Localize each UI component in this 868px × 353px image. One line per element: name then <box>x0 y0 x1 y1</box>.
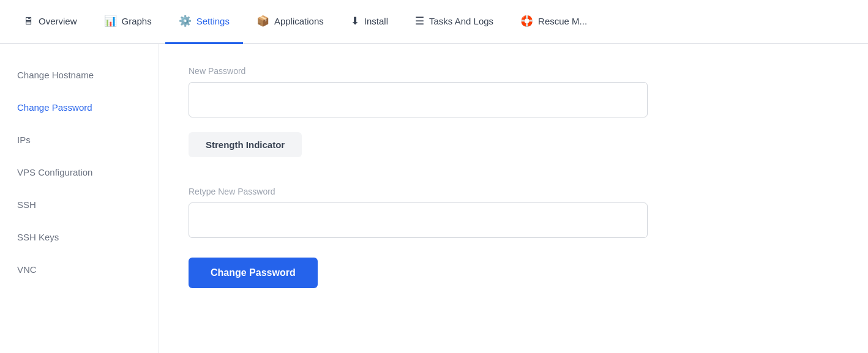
top-nav: 🖥 Overview 📊 Graphs ⚙️ Settings 📦 Applic… <box>0 0 868 44</box>
nav-item-graphs[interactable]: 📊 Graphs <box>91 0 165 44</box>
strength-indicator-group: Strength Indicator <box>189 132 681 172</box>
nav-label-tasks: Tasks And Logs <box>429 16 493 26</box>
nav-label-install: Install <box>364 16 388 26</box>
install-icon: ⬇ <box>351 15 359 28</box>
applications-icon: 📦 <box>256 15 269 28</box>
nav-item-overview[interactable]: 🖥 Overview <box>10 0 91 44</box>
nav-item-settings[interactable]: ⚙️ Settings <box>165 0 243 44</box>
sidebar-item-change-hostname[interactable]: Change Hostname <box>0 59 159 91</box>
change-password-button[interactable]: Change Password <box>189 258 318 288</box>
nav-label-graphs: Graphs <box>122 16 152 26</box>
nav-item-install[interactable]: ⬇ Install <box>337 0 402 44</box>
retype-password-input[interactable] <box>189 203 648 238</box>
sidebar-item-ssh-keys[interactable]: SSH Keys <box>0 221 159 253</box>
content-area: New Password Strength Indicator Retype N… <box>159 44 710 353</box>
nav-item-applications[interactable]: 📦 Applications <box>243 0 337 44</box>
sidebar-item-ssh[interactable]: SSH <box>0 188 159 221</box>
sidebar-item-vps-configuration[interactable]: VPS Configuration <box>0 156 159 188</box>
new-password-label: New Password <box>189 66 681 76</box>
sidebar-item-vnc[interactable]: VNC <box>0 253 159 286</box>
tasks-icon: ☰ <box>415 15 424 28</box>
new-password-input[interactable] <box>189 82 648 117</box>
nav-label-rescue: Rescue M... <box>538 16 587 26</box>
nav-label-settings: Settings <box>196 16 230 26</box>
sidebar: Change Hostname Change Password IPs VPS … <box>0 44 159 353</box>
rescue-icon: 🛟 <box>520 15 533 28</box>
retype-password-label: Retype New Password <box>189 187 681 196</box>
new-password-group: New Password <box>189 66 681 117</box>
overview-icon: 🖥 <box>23 15 34 28</box>
strength-indicator-badge: Strength Indicator <box>189 132 302 157</box>
nav-item-rescue-mode[interactable]: 🛟 Rescue M... <box>507 0 600 44</box>
main-layout: Change Hostname Change Password IPs VPS … <box>0 44 868 353</box>
nav-item-tasks-and-logs[interactable]: ☰ Tasks And Logs <box>402 0 507 44</box>
sidebar-item-change-password[interactable]: Change Password <box>0 91 159 124</box>
nav-label-overview: Overview <box>39 16 77 26</box>
graphs-icon: 📊 <box>104 15 117 28</box>
nav-label-applications: Applications <box>274 16 324 26</box>
settings-icon: ⚙️ <box>179 15 192 28</box>
retype-password-group: Retype New Password <box>189 187 681 238</box>
sidebar-item-ips[interactable]: IPs <box>0 124 159 156</box>
